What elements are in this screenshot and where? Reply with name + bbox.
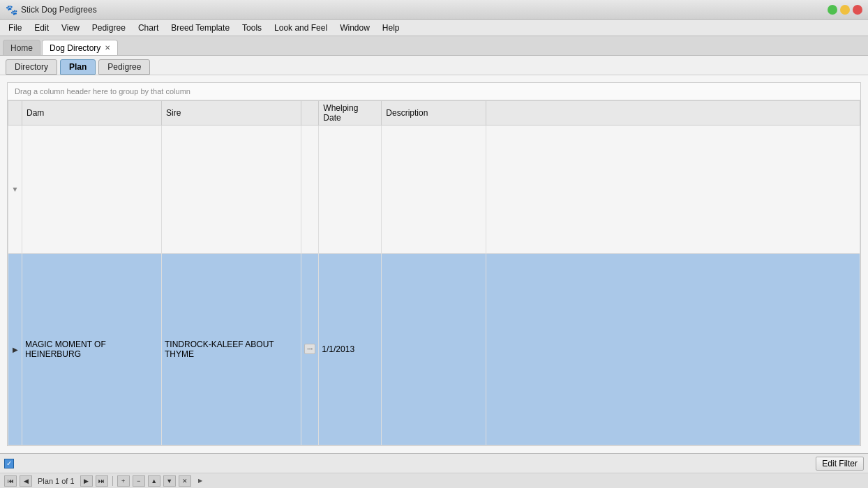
filter-more-cell: [301, 125, 319, 254]
bottom-bar: ✓ Edit Filter: [0, 453, 868, 473]
col-header-extra: [486, 101, 860, 125]
sub-tab-bar: Directory Plan Pedigree: [0, 56, 868, 75]
row-dam-cell: MAGIC MOMENT OF HEINERBURG: [22, 253, 162, 445]
row-expand-cell[interactable]: ▶: [8, 253, 22, 445]
row-more-cell[interactable]: ···: [301, 253, 319, 445]
filter-icon-cell: ▼: [8, 125, 22, 254]
close-button[interactable]: [853, 5, 862, 15]
col-expand: [8, 101, 22, 125]
row-extra-cell: [486, 253, 860, 445]
menu-tools[interactable]: Tools: [237, 22, 267, 34]
col-header-more: [301, 101, 319, 125]
minimize-button[interactable]: [840, 5, 850, 15]
more-button[interactable]: ···: [304, 344, 315, 354]
row-desc-cell: [382, 253, 486, 445]
tab-dog-directory[interactable]: Dog Directory ✕: [42, 40, 118, 55]
nav-up-button[interactable]: ▲: [148, 475, 160, 487]
table-row-filter: ▼: [8, 125, 860, 254]
tab-close-icon[interactable]: ✕: [105, 44, 110, 52]
nav-delete-button[interactable]: −: [133, 475, 145, 487]
filter-extra-cell: [486, 125, 860, 254]
menu-help[interactable]: Help: [377, 22, 405, 34]
col-header-dam[interactable]: Dam: [22, 101, 162, 125]
tab-home[interactable]: Home: [3, 40, 40, 55]
filter-dam-cell: [22, 125, 162, 254]
nav-down-button[interactable]: ▼: [163, 475, 176, 487]
col-header-whelp[interactable]: Whelping Date: [319, 101, 382, 125]
main-content: Drag a column header here to group by th…: [0, 75, 868, 453]
nav-first-button[interactable]: ⏮: [4, 475, 17, 487]
app-title: Stick Dog Pedigrees: [21, 5, 97, 15]
filter-icon: ▼: [12, 185, 19, 193]
row-expand-icon[interactable]: ▶: [13, 346, 18, 353]
app-icon: 🐾: [6, 4, 17, 15]
nav-last-button[interactable]: ⏭: [96, 475, 108, 487]
title-bar: 🐾 Stick Dog Pedigrees: [0, 0, 868, 20]
tab-bar: Home Dog Directory ✕: [0, 36, 868, 56]
menu-breed-template[interactable]: Breed Template: [165, 22, 235, 34]
menu-chart[interactable]: Chart: [133, 22, 164, 34]
table-row[interactable]: ▶ MAGIC MOMENT OF HEINERBURG TINDROCK-KA…: [8, 253, 860, 445]
tab-home-label: Home: [10, 43, 33, 53]
menu-file[interactable]: File: [3, 22, 27, 34]
edit-filter-button[interactable]: Edit Filter: [816, 457, 864, 471]
sub-tab-pedigree[interactable]: Pedigree: [98, 59, 150, 75]
grid-table: Dam Sire Whelping Date Description ▼: [8, 100, 860, 445]
menu-pedigree[interactable]: Pedigree: [87, 22, 131, 34]
menu-bar: File Edit View Pedigree Chart Breed Temp…: [0, 20, 868, 36]
menu-window[interactable]: Window: [334, 22, 375, 34]
sub-tab-directory[interactable]: Directory: [6, 59, 57, 75]
sub-tab-pedigree-label: Pedigree: [107, 62, 141, 72]
filter-checkbox[interactable]: ✓: [4, 459, 14, 468]
filter-desc-cell: [382, 125, 486, 254]
nav-prev-button[interactable]: ◀: [20, 475, 32, 487]
filter-whelp-cell: [319, 125, 382, 254]
nav-bar: ⏮ ◀ Plan 1 of 1 ▶ ⏭ + − ▲ ▼ ✕ ▶: [0, 473, 868, 488]
menu-view[interactable]: View: [56, 22, 85, 34]
tab-dog-directory-label: Dog Directory: [50, 43, 100, 53]
nav-plan-label: Plan 1 of 1: [35, 477, 77, 485]
col-header-desc[interactable]: Description: [382, 101, 486, 125]
drag-hint: Drag a column header here to group by th…: [8, 83, 860, 100]
menu-look-and-feel[interactable]: Look and Feel: [269, 22, 333, 34]
menu-edit[interactable]: Edit: [29, 22, 54, 34]
sub-tab-plan[interactable]: Plan: [60, 59, 96, 75]
data-panel: Drag a column header here to group by th…: [7, 82, 861, 446]
nav-insert-button[interactable]: +: [117, 475, 130, 487]
nav-scroll-right[interactable]: ▶: [195, 478, 205, 484]
row-whelp-cell: 1/1/2013: [319, 253, 382, 445]
checkmark-icon: ✓: [6, 459, 12, 467]
bottom-left: ✓: [4, 459, 14, 468]
filter-sire-cell: [162, 125, 301, 254]
maximize-button[interactable]: [828, 5, 837, 15]
row-sire-cell: TINDROCK-KALEEF ABOUT THYME: [162, 253, 301, 445]
sub-tab-directory-label: Directory: [15, 62, 48, 72]
nav-cancel-button[interactable]: ✕: [179, 475, 191, 487]
nav-next-button[interactable]: ▶: [80, 475, 93, 487]
sub-tab-plan-label: Plan: [69, 62, 87, 72]
col-header-sire[interactable]: Sire: [162, 101, 301, 125]
